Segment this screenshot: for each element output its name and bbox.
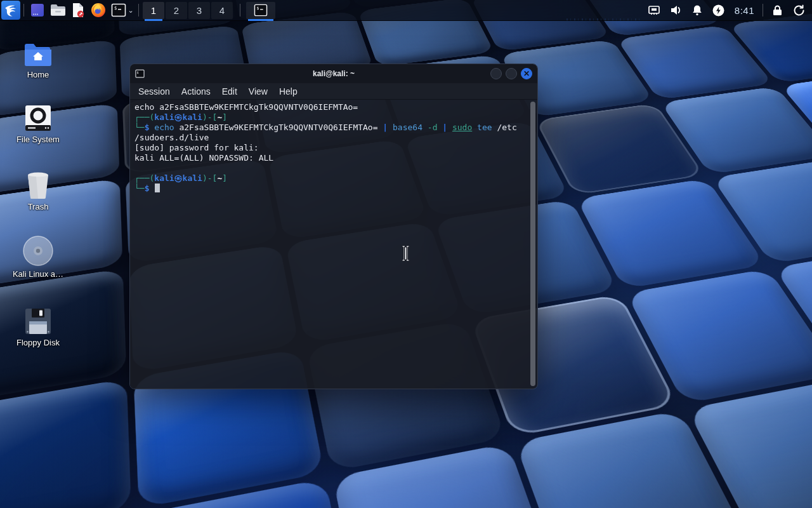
terminal-menu-bar: SessionActionsEditViewHelp (130, 83, 537, 100)
network-icon[interactable] (643, 1, 665, 20)
terminal-line: ┌──(kali㉿kali)-[~] (134, 173, 526, 184)
terminal-line: echo a2FsaSBBTEw9KEFMTCkgTk9QQVNTV0Q6IEF… (134, 102, 526, 112)
menu-item-actions[interactable]: Actions (176, 86, 216, 97)
svg-text:$: $ (114, 6, 117, 11)
file-system-drive-icon (5, 100, 71, 132)
terminal-line: [sudo] password for kali: (134, 143, 526, 153)
launcher-file-manager[interactable] (48, 1, 68, 20)
window-title-bar[interactable]: $ kali@kali: ~ ✕ (130, 64, 537, 83)
desktop-icon-home[interactable]: Home (5, 36, 71, 79)
terminal-icon: $ (254, 4, 268, 17)
terminal-icon: $ (111, 3, 126, 17)
floppy-disk-icon (5, 304, 71, 335)
menu-item-view[interactable]: View (243, 86, 273, 97)
window-title: kali@kali: ~ (130, 69, 537, 78)
menu-item-help[interactable]: Help (273, 86, 303, 97)
close-icon: ✕ (523, 70, 530, 77)
menu-item-edit[interactable]: Edit (216, 86, 243, 97)
panel-separator (240, 4, 240, 17)
launcher-text-editor[interactable] (68, 1, 88, 20)
desktop-icon-label: Home (5, 70, 71, 79)
desktop-icon-label: Floppy Disk (5, 338, 71, 347)
panel-separator (763, 4, 763, 17)
top-panel: $ ⌄ 1234 $ (0, 0, 812, 21)
kali-cd-icon (5, 235, 71, 267)
scrollbar-handle[interactable] (530, 102, 535, 386)
maximize-button[interactable] (506, 68, 517, 79)
desktop-icon-label: File System (5, 135, 71, 144)
file-manager-icon (50, 3, 66, 17)
notification-bell-icon[interactable] (686, 1, 708, 20)
terminal-line: /sudoers.d/live (134, 133, 526, 143)
trash-icon (5, 168, 71, 199)
terminal-line (134, 163, 526, 173)
terminal-block-cursor (155, 184, 160, 192)
window-app-icon (30, 3, 45, 18)
terminal-line: ┌──(kali㉿kali)-[~] (134, 112, 526, 123)
panel-separator (23, 4, 24, 17)
close-button[interactable]: ✕ (521, 68, 532, 79)
desktop-icon-file-system[interactable]: File System (5, 100, 71, 144)
text-editor-icon (70, 3, 86, 18)
launcher-firefox[interactable] (88, 1, 108, 20)
desktop-icon-floppy-disk[interactable]: Floppy Disk (5, 304, 71, 347)
lock-icon[interactable] (766, 1, 788, 20)
firefox-icon (91, 3, 106, 18)
terminal-window: $ kali@kali: ~ ✕ SessionActionsEditViewH… (129, 64, 538, 389)
workspace-button-1[interactable]: 1 (143, 2, 164, 19)
window-terminal-icon: $ (135, 69, 145, 78)
chevron-down-icon[interactable]: ⌄ (126, 6, 135, 15)
taskbar-item-terminal[interactable]: $ (246, 2, 275, 19)
home-folder-icon (5, 36, 71, 67)
volume-icon[interactable] (665, 1, 686, 20)
power-manager-icon[interactable] (708, 1, 730, 20)
menu-item-session[interactable]: Session (133, 86, 176, 97)
desktop-icon-label: Kali Linux a… (5, 269, 71, 279)
terminal-line: └─$ echo a2FsaSBBTEw9KEFMTCkgTk9QQVNTV0Q… (134, 123, 526, 133)
logout-icon[interactable] (788, 1, 809, 20)
launcher-window-app[interactable] (27, 1, 48, 20)
desktop-icon-trash[interactable]: Trash (5, 168, 71, 211)
svg-text:$: $ (137, 70, 139, 74)
panel-separator (138, 4, 139, 17)
desktop-icon-kali-cd[interactable]: Kali Linux a… (5, 235, 71, 279)
terminal-content[interactable]: echo a2FsaSBBTEw9KEFMTCkgTk9QQVNTV0Q6IEF… (130, 100, 537, 389)
minimize-button[interactable] (490, 68, 502, 79)
desktop-icon-label: Trash (5, 202, 71, 211)
terminal-line: └─$ (134, 184, 526, 194)
kali-dragon-icon (3, 3, 18, 18)
applications-menu-button[interactable] (1, 1, 20, 20)
svg-text:$: $ (257, 6, 259, 10)
workspace-pager: 1234 (142, 2, 233, 19)
terminal-line: kali ALL=(ALL) NOPASSWD: ALL (134, 153, 526, 163)
clock[interactable]: 8:41 (730, 5, 759, 16)
workspace-button-4[interactable]: 4 (211, 2, 233, 19)
workspace-button-2[interactable]: 2 (166, 2, 187, 19)
workspace-button-3[interactable]: 3 (188, 2, 210, 19)
